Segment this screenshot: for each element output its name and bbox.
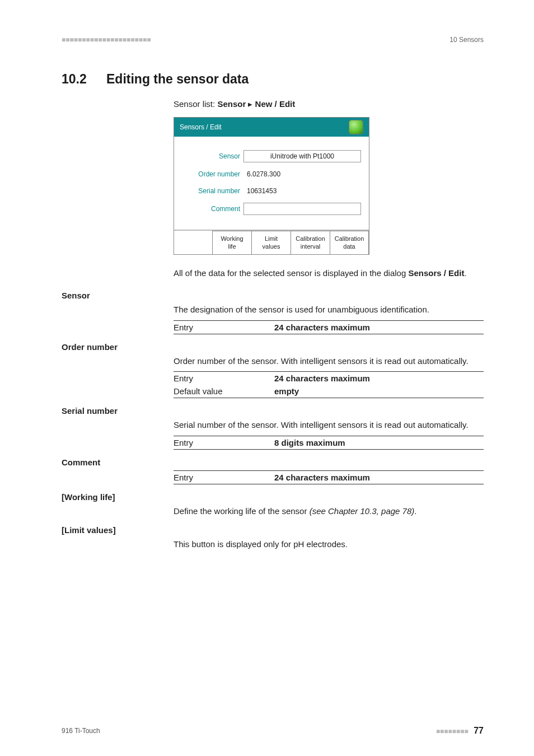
para-bold: Sensors / Edit: [408, 268, 464, 278]
dialog-row-comment: Comment: [182, 203, 361, 215]
para-text-a: All of the data for the selected sensor …: [174, 268, 408, 278]
table-row: Entry 24 characters maximum: [174, 321, 484, 334]
field-desc-working-life: Define the working life of the sensor (s…: [174, 505, 484, 517]
calibration-data-label: Calibration data: [335, 235, 364, 250]
field-table-sensor: Entry 24 characters maximum: [174, 320, 484, 334]
working-desc-a: Define the working life of the sensor: [174, 506, 310, 516]
entry-val: 24 characters maximum: [274, 374, 484, 383]
dialog-label-comment: Comment: [182, 205, 243, 213]
calibration-interval-label: Calibration interval: [296, 235, 325, 250]
calibration-interval-button[interactable]: Calibration interval: [291, 231, 330, 254]
field-block-sensor: Sensor The designation of the sensor is …: [62, 291, 484, 334]
header-chapter: 10 Sensors: [449, 36, 484, 44]
entry-key: Entry: [174, 323, 274, 332]
default-val: empty: [274, 386, 484, 396]
footer-left: 916 Ti-Touch: [62, 727, 100, 735]
after-dialog-paragraph: All of the data for the selected sensor …: [174, 267, 484, 279]
breadcrumb-item: New / Edit: [255, 99, 296, 109]
table-row: Entry 8 digits maximum: [174, 436, 484, 449]
dialog-body: Sensor iUnitrode with Pt1000 Order numbe…: [174, 137, 369, 230]
field-name-sensor: Sensor: [62, 291, 484, 300]
dialog-label-serial: Serial number: [182, 187, 243, 195]
sensors-edit-dialog: Sensors / Edit Sensor iUnitrode with Pt1…: [174, 117, 369, 255]
field-name-working-life: [Working life]: [62, 492, 484, 502]
breadcrumb-menu: Sensor: [217, 99, 246, 109]
breadcrumb-arrow: ▸: [246, 99, 255, 109]
field-block-working-life: [Working life] Define the working life o…: [62, 492, 484, 517]
field-name-order: Order number: [62, 342, 484, 352]
working-desc-b: .: [414, 506, 416, 516]
entry-key: Entry: [174, 473, 274, 482]
working-desc-ref: (see Chapter 10.3, page 78): [310, 506, 415, 516]
field-desc-limit-values: This button is displayed only for pH ele…: [174, 538, 484, 550]
breadcrumb-line: Sensor list: Sensor ▸ New / Edit: [174, 99, 484, 109]
calibration-data-button[interactable]: Calibration data: [330, 231, 369, 254]
field-name-serial: Serial number: [62, 406, 484, 416]
field-table-order: Entry 24 characters maximum Default valu…: [174, 371, 484, 398]
working-life-label: Working life: [221, 235, 243, 250]
serial-number-value: 10631453: [243, 186, 361, 196]
field-desc-sensor: The designation of the sensor is used fo…: [174, 304, 484, 316]
entry-key: Entry: [174, 374, 274, 383]
dialog-footer: Working life Limit values Calibration in…: [174, 230, 369, 254]
working-life-button[interactable]: Working life: [212, 231, 251, 254]
entry-val: 24 characters maximum: [274, 323, 484, 332]
table-row: Default value empty: [174, 385, 484, 398]
home-icon[interactable]: [349, 120, 363, 134]
breadcrumb-prefix: Sensor list:: [174, 99, 217, 109]
dialog-title-text: Sensors / Edit: [180, 123, 222, 131]
footer-page-number: 77: [474, 726, 484, 735]
dialog-row-serial: Serial number 10631453: [182, 186, 361, 196]
field-desc-serial: Serial number of the sensor. With intell…: [174, 419, 484, 431]
dialog-row-order: Order number 6.0278.300: [182, 169, 361, 179]
dialog-label-sensor: Sensor: [182, 152, 243, 160]
dialog-label-order: Order number: [182, 170, 243, 178]
limit-values-label: Limit values: [263, 235, 280, 250]
footer-right: ■■■■■■■■ 77: [436, 726, 484, 736]
section-title: Editing the sensor data: [106, 72, 249, 86]
section-number: 10.2: [62, 72, 106, 87]
entry-val: 8 digits maximum: [274, 438, 484, 447]
entry-val: 24 characters maximum: [274, 473, 484, 482]
field-desc-order: Order number of the sensor. With intelli…: [174, 355, 484, 367]
dialog-screenshot: Sensors / Edit Sensor iUnitrode with Pt1…: [174, 117, 484, 255]
limit-values-button[interactable]: Limit values: [251, 231, 291, 254]
field-name-limit-values: [Limit values]: [62, 525, 484, 535]
field-block-limit-values: [Limit values] This button is displayed …: [62, 525, 484, 550]
comment-field[interactable]: [243, 203, 361, 215]
footer-dashes: ■■■■■■■■: [436, 727, 469, 735]
sensor-field[interactable]: iUnitrode with Pt1000: [243, 150, 361, 162]
field-name-comment: Comment: [62, 458, 484, 467]
field-block-serial: Serial number Serial number of the senso…: [62, 406, 484, 450]
field-block-comment: Comment Entry 24 characters maximum: [62, 458, 484, 484]
dialog-row-sensor: Sensor iUnitrode with Pt1000: [182, 150, 361, 162]
header-dashes: ■■■■■■■■■■■■■■■■■■■■■■: [62, 36, 151, 44]
field-table-serial: Entry 8 digits maximum: [174, 436, 484, 450]
page-header: ■■■■■■■■■■■■■■■■■■■■■■ 10 Sensors: [62, 36, 484, 44]
dialog-titlebar: Sensors / Edit: [174, 118, 369, 137]
field-table-comment: Entry 24 characters maximum: [174, 470, 484, 484]
para-text-c: .: [464, 268, 466, 278]
dialog-footer-spacer: [174, 231, 212, 254]
section-heading: 10.2Editing the sensor data: [62, 72, 484, 87]
field-block-order: Order number Order number of the sensor.…: [62, 342, 484, 399]
default-key: Default value: [174, 386, 274, 396]
order-number-value: 6.0278.300: [243, 169, 361, 179]
table-row: Entry 24 characters maximum: [174, 372, 484, 385]
table-row: Entry 24 characters maximum: [174, 471, 484, 484]
page-footer: 916 Ti-Touch ■■■■■■■■ 77: [62, 726, 484, 736]
entry-key: Entry: [174, 438, 274, 447]
